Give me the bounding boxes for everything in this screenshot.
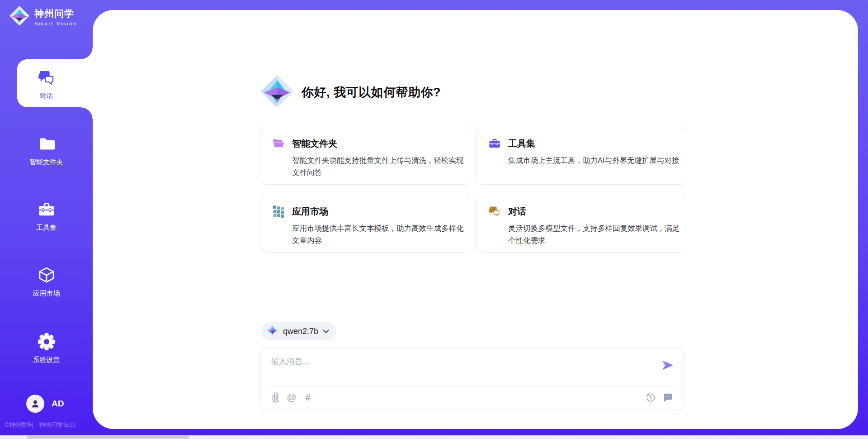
- feature-card[interactable]: 对话 灵活切换多模型文件，支持多样回复效果调试，满足个性化需求: [476, 194, 686, 253]
- brand-name: 神州问学: [34, 7, 77, 20]
- person-icon: [30, 398, 41, 409]
- brand-subtitle: Smart Vision: [34, 21, 77, 26]
- sidebar-nav-item[interactable]: 智能文件夹: [0, 134, 93, 167]
- feature-card-description: 智能文件夹功能支持批量文件上传与清洗，轻松实现文件问答: [292, 154, 464, 178]
- message-input[interactable]: [270, 355, 652, 383]
- composer-divider: [267, 386, 676, 387]
- horizontal-scrollbar-thumb[interactable]: [27, 436, 189, 439]
- user-profile[interactable]: AD: [26, 395, 64, 413]
- feature-card[interactable]: 应用市场 应用市场提供丰富长文本模板，助力高效生成多样化文章内容: [260, 194, 470, 253]
- sidebar: 神州问学 Smart Vision 对话 智能文件夹: [0, 0, 93, 439]
- feature-card-title: 智能文件夹: [292, 138, 337, 150]
- avatar: [26, 395, 44, 413]
- composer-toolbar: @ #: [269, 391, 674, 403]
- user-initials: AD: [52, 399, 64, 409]
- feature-card-icon: [488, 205, 501, 218]
- feature-card-description: 灵活切换多模型文件，支持多样回复效果调试，满足个性化需求: [508, 222, 680, 246]
- sidebar-nav-icon: [37, 265, 57, 285]
- greeting-title: 你好, 我可以如何帮助你?: [302, 84, 441, 100]
- horizontal-scrollbar: [0, 435, 868, 439]
- feature-card-icon: [272, 205, 285, 218]
- hash-icon[interactable]: #: [302, 391, 314, 403]
- sidebar-nav-label: 应用市场: [33, 289, 60, 298]
- sidebar-nav-icon: [37, 68, 57, 88]
- greeting: 你好, 我可以如何帮助你?: [260, 74, 441, 110]
- main-content: 你好, 我可以如何帮助你? 智能文件夹 智能文件夹功能支持批量文件上传与清洗，轻…: [93, 10, 858, 429]
- greeting-gem-icon: [260, 74, 294, 110]
- feature-card[interactable]: 智能文件夹 智能文件夹功能支持批量文件上传与清洗，轻松实现文件问答: [260, 126, 470, 185]
- at-icon[interactable]: @: [286, 391, 297, 403]
- brand-gem-icon: [9, 5, 30, 28]
- app-window: 神州问学 Smart Vision 对话 智能文件夹: [0, 0, 868, 439]
- sidebar-nav-item[interactable]: 对话: [0, 68, 93, 100]
- sidebar-nav-label: 工具集: [36, 224, 57, 232]
- feature-card[interactable]: 工具集 集成市场上主流工具，助力AI与外界无缝扩展与对接: [476, 126, 686, 185]
- send-icon[interactable]: [662, 360, 674, 371]
- active-nav-fillet-bottom: [81, 107, 93, 119]
- feature-card-icon: [488, 137, 501, 150]
- active-nav-fillet-top: [81, 48, 93, 59]
- feature-card-description: 集成市场上主流工具，助力AI与外界无缝扩展与对接: [508, 154, 680, 167]
- copyright-footer: ©神州数码 · 神州问学出品: [5, 421, 75, 429]
- chevron-down-icon: [323, 329, 329, 334]
- feature-card-title: 应用市场: [292, 205, 328, 218]
- sidebar-nav-item[interactable]: 系统设置: [0, 332, 93, 364]
- attachment-icon[interactable]: [269, 391, 281, 403]
- feature-cards: 智能文件夹 智能文件夹功能支持批量文件上传与清洗，轻松实现文件问答 工具集 集成…: [260, 126, 687, 253]
- sidebar-nav-label: 对话: [40, 92, 53, 100]
- message-composer: @ #: [259, 348, 684, 410]
- sidebar-nav-label: 系统设置: [33, 356, 60, 364]
- sidebar-nav-item[interactable]: 工具集: [0, 200, 93, 232]
- model-selector[interactable]: qwen2:7b: [261, 322, 336, 340]
- feature-card-description: 应用市场提供丰富长文本模板，助力高效生成多样化文章内容: [292, 222, 464, 246]
- sidebar-nav-item[interactable]: 应用市场: [0, 265, 93, 298]
- comment-icon[interactable]: [662, 391, 674, 403]
- model-gem-icon: [267, 324, 278, 338]
- sidebar-nav-icon: [37, 332, 57, 352]
- brand: 神州问学 Smart Vision: [9, 5, 77, 28]
- feature-card-title: 对话: [508, 205, 526, 218]
- feature-card-icon: [272, 137, 285, 150]
- sidebar-nav-icon: [37, 200, 57, 220]
- feature-card-title: 工具集: [508, 138, 535, 150]
- model-name: qwen2:7b: [283, 327, 318, 336]
- sidebar-nav-icon: [37, 134, 57, 154]
- history-icon[interactable]: [645, 391, 656, 403]
- sidebar-nav-label: 智能文件夹: [29, 158, 63, 167]
